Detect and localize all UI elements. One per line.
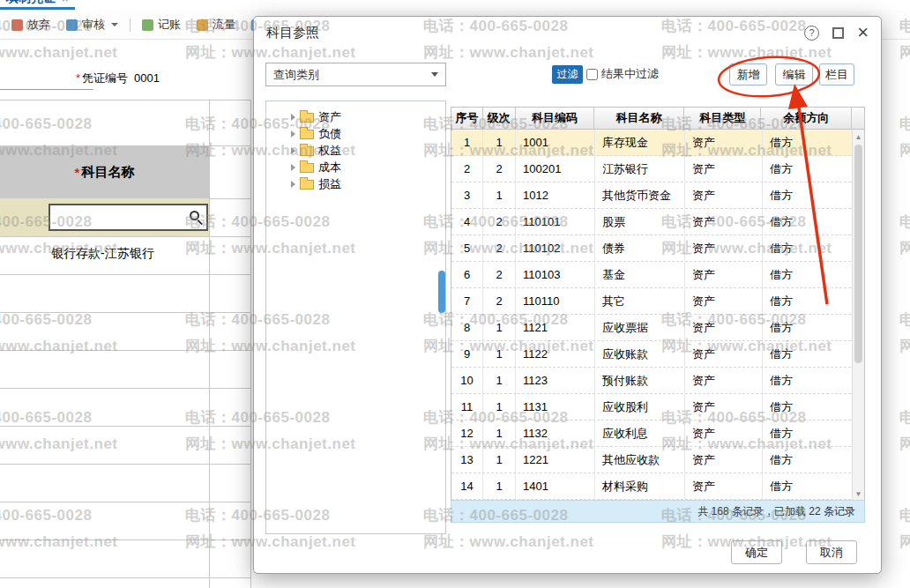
table-cell: 1131 <box>516 394 595 420</box>
table-cell: 1 <box>483 421 516 446</box>
tree-item-label: 损益 <box>318 176 341 192</box>
columns-button[interactable]: 栏目 <box>819 63 854 86</box>
column-header[interactable]: 科目名称 <box>594 108 684 129</box>
chevron-down-icon <box>111 23 118 26</box>
expander-icon[interactable] <box>291 147 295 154</box>
table-header-row: 序号级次科目编码科目名称科目类型余额方向 <box>451 107 865 130</box>
query-type-select[interactable]: 查询类别 <box>265 63 446 86</box>
filter-in-results-option[interactable]: 结果中过滤 <box>586 66 659 82</box>
table-cell: 资产 <box>685 130 763 155</box>
abandon-icon <box>11 19 23 31</box>
toolbar-button-cashflow-icon[interactable]: 流量 <box>189 17 243 33</box>
table-row[interactable]: 52110102债券资产借方 <box>451 235 864 262</box>
tree-item[interactable]: 损益 <box>266 175 445 192</box>
table-cell: 借方 <box>763 182 854 208</box>
grid-hline <box>0 350 251 351</box>
table-cell: 1001 <box>516 130 595 155</box>
scrollbar-thumb[interactable] <box>854 145 862 363</box>
expander-icon[interactable] <box>291 130 295 138</box>
table-row[interactable]: 811121应收票据资产借方 <box>451 315 864 341</box>
expander-icon[interactable] <box>291 181 295 188</box>
table-row[interactable]: 22100201江苏银行资产借方 <box>451 156 864 182</box>
ok-button[interactable]: 确定 <box>731 540 782 564</box>
table-row[interactable]: 72110110其它资产借方 <box>451 288 864 315</box>
maximize-icon[interactable] <box>832 27 844 39</box>
scroll-up-icon[interactable]: ▲ <box>853 130 864 143</box>
toolbar-button-abandon-icon[interactable]: 放弃 <box>4 17 58 33</box>
table-cell: 1 <box>483 447 516 473</box>
table-row[interactable]: 62110103基金资产借方 <box>451 262 864 288</box>
table-cell: 其他应收款 <box>595 447 685 473</box>
table-cell: 借方 <box>763 209 854 234</box>
tree-item[interactable]: 负债 <box>266 125 445 142</box>
table-row[interactable]: 1211132应收利息资产借方 <box>451 421 864 447</box>
voucher-number: *凭证编号0001 <box>76 71 160 86</box>
table-row[interactable]: 1111131应收股利资产借方 <box>451 394 864 421</box>
table-cell: 1 <box>483 394 516 420</box>
table-cell: 借方 <box>763 235 854 261</box>
edit-button[interactable]: 编辑 <box>775 63 813 86</box>
table-cell: 2 <box>483 156 516 182</box>
table-cell: 1 <box>483 130 516 155</box>
subject-search-row <box>0 198 209 236</box>
table-cell: 借方 <box>763 156 854 182</box>
voucher-underline <box>0 89 93 90</box>
table-scrollbar[interactable]: ▲ ▼ <box>852 130 864 500</box>
help-icon[interactable]: ? <box>804 26 819 41</box>
table-cell: 1401 <box>516 473 595 499</box>
subject-search-input[interactable] <box>48 204 208 231</box>
table-cell: 2 <box>483 288 516 314</box>
column-header[interactable]: 级次 <box>483 108 516 129</box>
table-row[interactable]: 1411401材料采购资产借方 <box>451 473 864 500</box>
column-header[interactable]: 科目类型 <box>684 108 762 129</box>
folder-icon <box>300 146 314 156</box>
tab-fill-voucher[interactable]: 填制凭证 × <box>0 0 75 10</box>
table-cell: 借方 <box>763 288 854 314</box>
table-row[interactable]: 111001库存现金资产借方 <box>451 130 864 156</box>
column-header[interactable]: 余额方向 <box>761 108 852 129</box>
table-cell: 2 <box>483 262 516 287</box>
table-row[interactable]: 1311221其他应收款资产借方 <box>451 447 864 473</box>
table-cell: 110101 <box>516 209 595 234</box>
toolbar-button-audit-icon[interactable]: 审核 <box>58 17 126 33</box>
cancel-button[interactable]: 取消 <box>806 540 857 564</box>
close-icon[interactable]: × <box>857 23 869 42</box>
tree-item[interactable]: 权益 <box>266 142 445 159</box>
column-header[interactable]: 序号 <box>451 108 483 129</box>
table-cell: 债券 <box>595 235 685 261</box>
table-row[interactable]: 1011123预付账款资产借方 <box>451 368 864 394</box>
grid-hline <box>0 502 251 502</box>
table-cell: 6 <box>451 262 483 287</box>
table-row[interactable]: 911122应收账款资产借方 <box>451 341 864 368</box>
scroll-down-icon[interactable]: ▼ <box>853 488 864 500</box>
expander-icon[interactable] <box>291 164 295 171</box>
tree-item[interactable]: 成本 <box>266 159 445 175</box>
required-asterisk: * <box>75 165 80 180</box>
filter-in-results-label: 结果中过滤 <box>601 66 659 82</box>
tree-item[interactable]: 资产 <box>266 108 445 125</box>
filter-button[interactable]: 过滤 <box>552 65 583 84</box>
table-cell: 12 <box>451 421 483 446</box>
tab-close-icon[interactable]: × <box>62 0 69 5</box>
expander-icon[interactable] <box>291 114 295 121</box>
table-cell: 应收账款 <box>595 341 685 367</box>
toolbar-button-bookkeeping-icon[interactable]: 记账 <box>134 17 189 33</box>
tree-scrollbar-thumb[interactable] <box>438 271 445 313</box>
table-cell: 资产 <box>685 473 763 499</box>
filter-in-results-checkbox[interactable] <box>586 69 598 80</box>
add-button[interactable]: 新增 <box>729 63 767 86</box>
table-row[interactable]: 42110101股票资产借方 <box>451 209 864 235</box>
folder-icon <box>300 163 314 173</box>
table-cell: 1 <box>451 130 483 155</box>
table-cell: 9 <box>451 341 483 367</box>
column-header[interactable]: 科目编码 <box>516 108 595 129</box>
table-row[interactable]: 311012其他货币资金资产借方 <box>451 182 864 209</box>
table-cell: 1 <box>483 182 516 208</box>
table-cell: 8 <box>451 315 483 340</box>
table-cell: 借方 <box>763 447 854 473</box>
folder-icon <box>300 130 314 139</box>
table-cell: 资产 <box>685 394 763 420</box>
subject-category-tree: 资产负债权益成本损益 <box>265 100 446 534</box>
table-cell: 借方 <box>763 473 854 499</box>
toolbar-button-label: 审核 <box>82 17 105 33</box>
